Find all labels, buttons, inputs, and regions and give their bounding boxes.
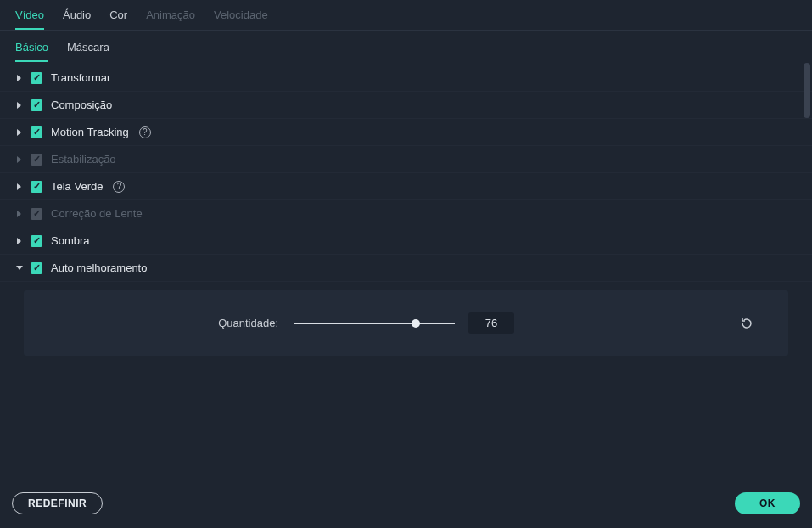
help-icon[interactable]: ? (139, 126, 151, 138)
checkbox-stabilization: ✓ (31, 154, 42, 166)
quantity-slider-wrap: 76 (294, 312, 514, 334)
quantity-label: Quantidade: (58, 317, 278, 329)
chevron-right-icon (15, 128, 24, 137)
tab-video[interactable]: Vídeo (15, 8, 44, 30)
subtab-mask[interactable]: Máscara (67, 41, 109, 60)
slider-track (294, 323, 455, 324)
section-stabilization: ✓ Estabilização (0, 146, 812, 173)
ok-button[interactable]: OK (735, 492, 800, 514)
chevron-right-icon (15, 74, 24, 82)
section-green-screen[interactable]: ✓ Tela Verde ? (0, 173, 812, 200)
section-lens-correction: ✓ Correção de Lente (0, 200, 812, 227)
tab-animation: Animação (146, 8, 195, 28)
section-label: Sombra (51, 234, 90, 247)
checkbox-motion-tracking[interactable]: ✓ (31, 126, 42, 138)
chevron-right-icon (15, 155, 24, 164)
tab-color[interactable]: Cor (109, 8, 127, 28)
auto-enhance-panel: Quantidade: 76 (24, 290, 788, 356)
chevron-right-icon (15, 237, 24, 245)
section-label: Transformar (51, 71, 110, 84)
tab-speed: Velocidade (214, 8, 268, 28)
checkbox-green-screen[interactable]: ✓ (31, 181, 42, 193)
scrollbar-thumb[interactable] (804, 63, 810, 118)
section-label: Correção de Lente (51, 207, 143, 220)
quantity-slider[interactable] (294, 317, 455, 329)
section-label: Auto melhoramento (51, 261, 147, 274)
sections-list: ✓ Transformar ✓ Composição ✓ Motion Trac… (0, 63, 812, 482)
sub-tabs: Básico Máscara (0, 31, 812, 63)
checkbox-lens-correction: ✓ (31, 208, 42, 220)
section-composition[interactable]: ✓ Composição (0, 92, 812, 119)
quantity-value[interactable]: 76 (468, 312, 514, 334)
section-transform[interactable]: ✓ Transformar (0, 65, 812, 92)
checkbox-shadow[interactable]: ✓ (31, 235, 42, 247)
slider-thumb[interactable] (412, 319, 420, 328)
checkbox-auto-enhance[interactable]: ✓ (31, 262, 42, 274)
section-motion-tracking[interactable]: ✓ Motion Tracking ? (0, 119, 812, 146)
section-label: Tela Verde (51, 180, 103, 193)
section-shadow[interactable]: ✓ Sombra (0, 227, 812, 255)
reset-button[interactable]: REDEFINIR (12, 492, 103, 514)
checkbox-composition[interactable]: ✓ (31, 99, 42, 111)
chevron-right-icon (15, 101, 24, 110)
chevron-down-icon (15, 264, 24, 272)
subtab-basic[interactable]: Básico (15, 41, 48, 62)
section-label: Motion Tracking (51, 126, 129, 138)
footer: REDEFINIR OK (0, 482, 812, 528)
section-auto-enhance[interactable]: ✓ Auto melhoramento (0, 255, 812, 282)
help-icon[interactable]: ? (113, 181, 125, 193)
chevron-right-icon (15, 183, 24, 191)
reset-icon[interactable] (739, 316, 754, 331)
chevron-right-icon (15, 210, 24, 218)
section-label: Composição (51, 98, 112, 111)
checkbox-transform[interactable]: ✓ (31, 72, 42, 84)
top-tabs: Vídeo Áudio Cor Animação Velocidade (0, 0, 812, 31)
tab-audio[interactable]: Áudio (63, 8, 91, 28)
section-label: Estabilização (51, 153, 116, 166)
